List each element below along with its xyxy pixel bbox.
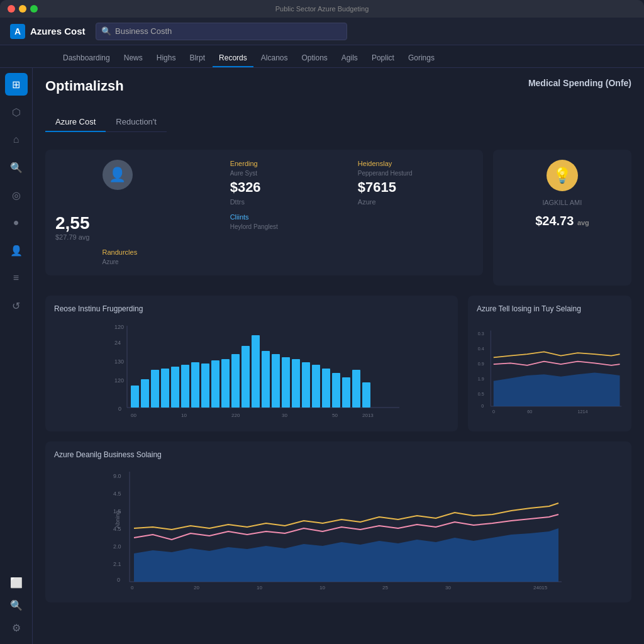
svg-text:1214: 1214 [578,409,588,414]
svg-text:30: 30 [282,413,287,418]
stat-subvalue-3: Azure [358,198,473,206]
area-chart-svg: 9.0 4.5 1.5 4.5 2.0 2.1 0 Abning 0 [54,465,623,591]
svg-text:9.0: 9.0 [113,473,121,479]
svg-marker-45 [494,372,620,406]
svg-text:0.3: 0.3 [478,331,484,336]
svg-rect-24 [302,362,310,408]
svg-text:00: 00 [131,413,136,418]
svg-rect-19 [252,335,260,408]
svg-text:120: 120 [114,377,124,384]
svg-text:0: 0 [118,406,121,412]
search-bar[interactable]: 🔍 Business Costh [96,23,347,40]
sidebar-item-box[interactable]: ⬜ [5,571,28,594]
sidebar-item-grid[interactable]: ⊞ [5,73,28,96]
bar-chart-card: Reose Instinu Frugperding 120 24 130 120… [45,296,458,431]
svg-text:0.5: 0.5 [478,392,484,397]
bulb-icon: 💡 [547,160,578,191]
sidebar-item-search[interactable]: 🔍 [5,156,28,179]
menu-item-poplict[interactable]: Poplict [365,50,401,67]
svg-rect-15 [211,360,219,408]
menu-item-highs[interactable]: Highs [150,50,182,67]
close-button[interactable] [8,5,15,13]
stat-heidenslay: Heidenslay Pepperand Hesturd $7615 Azure [358,160,473,206]
right-section-title: Medical Spending (Onfe) [528,78,631,88]
menu-bar: DashboardingNewsHighsBlrptRecordsAlcanos… [0,45,644,68]
svg-rect-13 [191,362,199,408]
menu-item-blrpt[interactable]: Blrpt [183,50,211,67]
bar-chart-area: 120 24 130 120 0 [54,319,449,423]
menu-item-dashboarding[interactable]: Dashboarding [57,50,116,67]
svg-text:220: 220 [231,413,240,418]
svg-rect-29 [352,370,360,408]
area-chart-title: Azure Deanilg Business Solaing [54,450,623,459]
line-chart-title: Azure Tell losing in Tuy Selaing [477,304,623,313]
stat-cliints: Cliints Heylord Panglest [230,213,345,230]
stat-value-3: $7615 [358,179,473,196]
svg-rect-23 [292,359,300,408]
svg-rect-20 [262,351,270,408]
menu-item-news[interactable]: News [118,50,149,67]
avatar: 👤 [103,160,133,190]
stat-sublabel-5: Azure [103,258,218,265]
svg-text:60: 60 [527,409,532,414]
big-number-sub: $27.79 avg [55,233,90,241]
sidebar-item-settings[interactable]: ⚙ [5,616,28,639]
svg-rect-25 [312,365,320,408]
tab-reduction[interactable]: Reduction't [106,112,167,131]
sidebar-item-refresh[interactable]: ↺ [5,294,28,317]
menu-item-records[interactable]: Records [213,50,253,67]
svg-text:50: 50 [332,413,338,418]
svg-text:1.9: 1.9 [478,377,484,382]
area-chart-card: Azure Deanilg Business Solaing 9.0 4.5 1… [45,441,631,602]
stat-label-4: Cliints [230,213,345,221]
svg-rect-16 [221,359,230,408]
svg-text:20: 20 [194,585,199,591]
svg-text:0.9: 0.9 [478,362,484,367]
svg-rect-28 [342,377,350,408]
menu-item-gorings[interactable]: Gorings [402,50,441,67]
svg-text:0: 0 [131,585,134,591]
svg-text:0: 0 [492,409,495,414]
svg-text:10: 10 [319,585,325,591]
app-name: Azures Cost [30,26,86,36]
stat-sublabel-3: Pepperand Hesturd [358,170,473,177]
minimize-button[interactable] [19,5,26,13]
sidebar-item-search2[interactable]: 🔍 [5,594,28,616]
sidebar-item-target[interactable]: ◎ [5,184,28,206]
line-chart-card: Azure Tell losing in Tuy Selaing 0.3 0.4… [468,296,631,431]
stat-label-3: Heidenslay [358,160,473,167]
svg-rect-7 [131,386,139,408]
stat-big-number-group: 2,55 $27.79 avg [55,213,90,241]
svg-rect-22 [282,357,290,408]
bulb-emoji: 💡 [553,167,572,184]
svg-text:30: 30 [445,585,451,591]
side-panel-value: $24.73 avg [535,214,589,228]
sidebar-item-home[interactable]: ⌂ [5,128,28,151]
svg-text:10: 10 [257,585,262,591]
sidebar: ⊞ ⬡ ⌂ 🔍 ◎ ● 👤 ≡ ↺ ⬜ 🔍 ⚙ [0,68,33,644]
sidebar-item-list[interactable]: ≡ [5,267,28,289]
side-panel-label: lAGKILL AMI [543,199,582,206]
bar-chart-title: Reose Instinu Frugperding [54,304,449,313]
sidebar-item-hex[interactable]: ⬡ [5,101,28,123]
menu-item-options[interactable]: Options [296,50,334,67]
title-bar: Public Sector Azure Budgeting [0,0,644,18]
svg-rect-26 [322,369,330,408]
charts-row-1: Reose Instinu Frugperding 120 24 130 120… [45,296,631,431]
maximize-button[interactable] [30,5,38,13]
tab-azure-cost[interactable]: Azure Cost [45,112,106,131]
menu-item-agils[interactable]: Agils [335,50,364,67]
svg-rect-18 [242,346,250,408]
menu-item-alcanos[interactable]: Alcanos [255,50,294,67]
svg-rect-17 [231,354,240,408]
svg-text:0.4: 0.4 [478,347,484,352]
bar-chart-svg: 120 24 130 120 0 [54,319,449,420]
sidebar-item-user[interactable]: 👤 [5,239,28,262]
svg-text:2.1: 2.1 [113,561,121,567]
svg-text:Abning: Abning [114,511,121,528]
logo-icon: A [10,24,25,39]
svg-rect-8 [141,379,149,408]
search-icon: 🔍 [101,26,111,36]
content-tabs: Azure Cost Reduction't [45,112,167,132]
sidebar-item-dot[interactable]: ● [5,211,28,234]
